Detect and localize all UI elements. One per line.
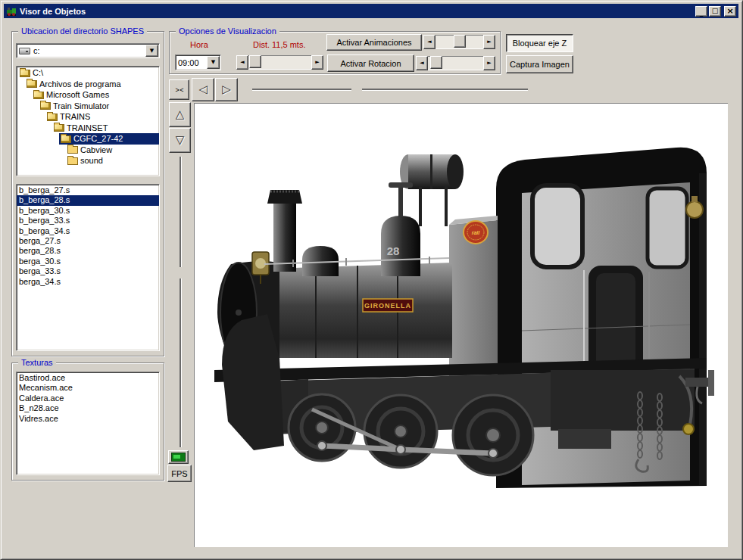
directory-item[interactable]: CGFC_27-42: [17, 133, 159, 145]
folder-icon: [54, 124, 64, 132]
titlebar[interactable]: Visor de Objetos _ □ ×: [4, 4, 738, 18]
time-selector[interactable]: 09:00 ▼: [175, 54, 221, 70]
horizontal-slider-thumb[interactable]: [351, 80, 362, 98]
shape-file-item[interactable]: berga_33.s: [17, 266, 159, 276]
maximize-button[interactable]: □: [709, 6, 721, 17]
drive-icon: [19, 48, 30, 54]
shape-file-item[interactable]: b_berga_28.s: [17, 195, 159, 205]
texture-label: Caldera.ace: [19, 394, 64, 403]
up-triangle-icon: △: [176, 109, 185, 120]
rotation-thumb[interactable]: [430, 56, 442, 69]
texture-item[interactable]: Vidres.ace: [17, 414, 159, 424]
distance-right-arrow[interactable]: ►: [311, 55, 323, 70]
vertical-slider-groove[interactable]: [180, 157, 181, 447]
animations-right-arrow[interactable]: ►: [483, 35, 495, 49]
vertical-elevation-slider[interactable]: [173, 155, 189, 449]
close-button[interactable]: ×: [724, 6, 736, 17]
loco-nameplate: GIRONELLA: [364, 302, 411, 310]
distance-thumb[interactable]: [249, 55, 261, 68]
shape-file-item[interactable]: b_berga_33.s: [17, 216, 159, 226]
frame-down-button[interactable]: ▽: [169, 128, 191, 153]
animations-track[interactable]: [435, 35, 483, 49]
animations-scrollbar[interactable]: ◄ ►: [423, 35, 495, 49]
texture-item[interactable]: Mecanism.ace: [17, 383, 159, 393]
window-title: Visor de Objetos: [20, 7, 695, 16]
directory-label: Microsoft Games: [46, 90, 109, 99]
directory-label: TRAINS: [60, 112, 90, 121]
texture-item[interactable]: B_n28.ace: [17, 403, 159, 413]
time-value: 09:00: [178, 58, 206, 67]
frame-up-button[interactable]: △: [169, 102, 191, 127]
shape-file-label: berga_30.s: [19, 257, 61, 266]
capture-image-button[interactable]: Captura Imagen: [506, 55, 573, 73]
rotation-scrollbar[interactable]: ◄ ►: [416, 56, 495, 70]
distance-track[interactable]: [248, 55, 311, 70]
directory-label: TRAINSET: [67, 123, 108, 132]
locomotive-render: 28 GIRONELLA rail: [195, 104, 729, 548]
animations-thumb[interactable]: [454, 35, 466, 48]
distance-scrollbar[interactable]: ◄ ►: [236, 55, 323, 70]
fps-button[interactable]: FPS: [167, 465, 192, 482]
directory-item[interactable]: Microsoft Games: [17, 89, 159, 101]
textures-group-title: Texturas: [18, 358, 56, 367]
directory-item[interactable]: C:\: [17, 67, 159, 79]
fps-led-icon: [171, 453, 186, 462]
prev-triangle-icon: ◁: [198, 84, 208, 95]
hora-label: Hora: [190, 40, 208, 49]
directory-item[interactable]: TRAINSET: [17, 123, 159, 134]
shape-file-item[interactable]: b_berga_34.s: [17, 226, 159, 236]
horizontal-slider-groove[interactable]: [252, 89, 528, 90]
shape-file-label: b_berga_34.s: [19, 226, 70, 235]
texture-label: Vidres.ace: [19, 414, 58, 423]
lock-z-axis-button[interactable]: Bloquear eje Z: [506, 34, 573, 52]
directory-label: sound: [80, 156, 103, 165]
directory-label: C:\: [33, 68, 43, 77]
rotation-right-arrow[interactable]: ►: [483, 56, 495, 70]
shape-file-item[interactable]: berga_27.s: [17, 236, 159, 246]
folder-icon: [61, 135, 71, 143]
drive-dropdown-button[interactable]: ▼: [145, 45, 158, 57]
folder-icon: [33, 92, 44, 99]
shape-file-label: berga_27.s: [19, 236, 61, 245]
app-icon: [6, 6, 17, 17]
texture-item[interactable]: Bastirod.ace: [17, 373, 159, 383]
shape-file-item[interactable]: b_berga_27.s: [17, 185, 159, 195]
horizontal-rotation-slider[interactable]: [251, 79, 529, 101]
drive-selector[interactable]: c: ▼: [16, 43, 160, 58]
texture-label: Bastirod.ace: [19, 373, 65, 382]
directory-label: Cabview: [80, 145, 112, 154]
minimize-button[interactable]: _: [695, 6, 707, 17]
activate-rotation-button[interactable]: Activar Rotacion: [327, 54, 414, 72]
rotation-left-arrow[interactable]: ◄: [416, 56, 428, 70]
folder-icon: [27, 80, 37, 88]
animations-left-arrow[interactable]: ◄: [423, 35, 435, 49]
frame-prev-button[interactable]: ◁: [192, 78, 214, 101]
directory-item[interactable]: Cabview: [17, 145, 159, 156]
directory-item[interactable]: TRAINS: [17, 111, 159, 123]
time-dropdown-button[interactable]: ▼: [207, 56, 220, 69]
render-viewport[interactable]: 28 GIRONELLA rail: [194, 103, 728, 547]
shape-file-label: b_berga_27.s: [19, 185, 70, 194]
vertical-slider-thumb[interactable]: [173, 267, 189, 278]
rotation-track[interactable]: [428, 56, 483, 70]
shape-file-item[interactable]: berga_34.s: [17, 277, 159, 287]
frame-next-button[interactable]: ▷: [215, 78, 238, 101]
activate-animations-button[interactable]: Activar Animaciones: [326, 34, 422, 51]
folder-icon: [20, 70, 30, 77]
loco-logo: rail: [472, 230, 481, 235]
directory-tree[interactable]: C:\ Archivos de programa Microsoft Games…: [16, 66, 160, 176]
shape-file-item[interactable]: b_berga_30.s: [17, 206, 159, 216]
texture-label: Mecanism.ace: [19, 383, 73, 392]
texture-item[interactable]: Caldera.ace: [17, 394, 159, 403]
collapse-panel-button[interactable]: > <: [169, 79, 189, 100]
shape-file-item[interactable]: berga_30.s: [17, 257, 159, 266]
texture-list[interactable]: Bastirod.ace Mecanism.ace Caldera.ace B_…: [16, 372, 160, 475]
distance-left-arrow[interactable]: ◄: [236, 55, 248, 70]
directory-item[interactable]: sound: [17, 155, 159, 166]
directory-item[interactable]: Archivos de programa: [17, 79, 159, 90]
shape-file-list[interactable]: b_berga_27.s b_berga_28.s b_berga_30.s b…: [16, 184, 160, 351]
directory-item[interactable]: Train Simulator: [17, 101, 159, 112]
shape-file-label: b_berga_28.s: [19, 195, 70, 204]
shape-file-item[interactable]: berga_28.s: [17, 246, 159, 256]
next-triangle-icon: ▷: [222, 84, 231, 95]
